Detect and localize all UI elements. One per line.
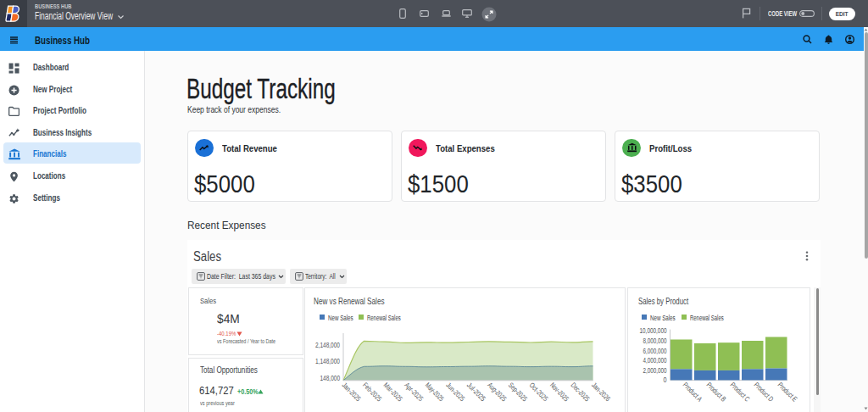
svg-text:0: 0	[664, 376, 667, 384]
svg-text:2,148,000: 2,148,000	[315, 341, 340, 349]
svg-text:Product D: Product D	[753, 381, 776, 404]
svg-text:Dec-2025: Dec-2025	[570, 381, 592, 403]
svg-text:Product A: Product A	[682, 381, 704, 404]
svg-text:4,000,000: 4,000,000	[643, 356, 667, 365]
svg-text:Feb-2025: Feb-2025	[361, 381, 383, 403]
svg-text:10,000,000: 10,000,000	[640, 326, 667, 335]
svg-text:Aug-2025: Aug-2025	[486, 381, 508, 403]
svg-text:Product B: Product B	[705, 381, 728, 404]
svg-text:Jan-2026: Jan-2026	[590, 381, 612, 403]
svg-text:Jul-2025: Jul-2025	[465, 381, 487, 403]
svg-text:May-2025: May-2025	[424, 381, 446, 403]
svg-text:8,000,000: 8,000,000	[643, 337, 667, 345]
svg-text:Nov-2025: Nov-2025	[548, 381, 570, 403]
svg-text:Apr-2025: Apr-2025	[403, 381, 425, 403]
svg-text:6,000,000: 6,000,000	[643, 347, 667, 355]
svg-text:Mar-2025: Mar-2025	[382, 381, 404, 403]
svg-text:Product C: Product C	[729, 381, 752, 404]
svg-text:148,000: 148,000	[320, 374, 341, 382]
svg-text:Product E: Product E	[776, 381, 799, 404]
svg-text:2,000,000: 2,000,000	[643, 366, 667, 375]
svg-text:Sep-2025: Sep-2025	[507, 381, 529, 403]
svg-text:Jun-2025: Jun-2025	[444, 381, 466, 403]
svg-text:1,148,000: 1,148,000	[315, 357, 340, 365]
svg-text:Oct-2025: Oct-2025	[527, 381, 549, 403]
svg-text:Jan-2025: Jan-2025	[341, 381, 363, 403]
